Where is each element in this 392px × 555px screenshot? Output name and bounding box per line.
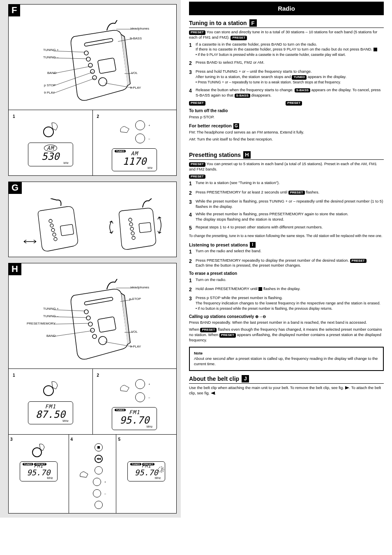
svg-point-21: [53, 233, 56, 236]
lcd-unit: MHz: [47, 477, 53, 479]
text-column: Radio Tuning in to a station F PRESET Yo…: [181, 0, 392, 518]
minus-button: [135, 134, 145, 143]
svg-point-32: [86, 316, 90, 320]
svg-point-6: [99, 78, 107, 86]
turnoff-heading: To turn off the radio: [189, 108, 384, 114]
svg-point-25: [129, 223, 133, 226]
lcd-am-1170: TUNED AM 1170 kHz: [112, 148, 157, 171]
step-2-num: 2: [97, 373, 99, 378]
preset-pill-icon: PRESET: [231, 36, 247, 40]
label-pstop: p STOP: [129, 297, 141, 301]
f-step-3: Press and hold TUNING + or – until the f…: [189, 69, 384, 85]
preset-pill-icon: PRESET: [219, 333, 236, 338]
label-headphones: Headphones: [131, 27, 149, 30]
tuned-pill: TUNED: [130, 463, 141, 465]
svg-point-27: [131, 232, 134, 235]
note-heading: Note: [194, 351, 203, 355]
f-step-2: Press BAND to select FM1, FM2 or AM.: [189, 60, 384, 67]
device-illustration-h: TUNING + TUNING – PRESET/MEMORY BAND Hea…: [51, 279, 134, 365]
lcd-fm-preset: TUNEDPRESET FM1 95.70 MHz: [20, 461, 58, 481]
svg-point-35: [92, 334, 97, 339]
preset-pill-icon: PRESET: [189, 30, 205, 35]
lcd-unit: kHz: [148, 166, 152, 169]
overwrite-note: To change the presetting, tune in to a n…: [189, 234, 384, 238]
label-headphones: Headphones: [131, 286, 149, 289]
note-box: Note About one second after a preset sta…: [189, 347, 384, 371]
turnoff-text: Press p STOP.: [189, 115, 384, 120]
stop-symbol-button: [95, 443, 103, 451]
lcd-freq: 530: [42, 152, 59, 161]
lcd-unit: MHz: [155, 477, 161, 479]
erase-heading: To erase a preset station: [189, 271, 384, 276]
h-step-1: Tune in to a station (see "Tuning in to …: [189, 180, 384, 187]
lcd-fm-9570: TUNED FM1 95.70 MHz: [112, 407, 157, 430]
svg-point-17: [44, 127, 53, 137]
svg-point-28: [132, 236, 135, 240]
preset-pill-icon: PRESET: [350, 259, 367, 263]
preset-pill: PRESET: [142, 463, 154, 465]
section-tag-f: F: [8, 4, 20, 16]
tuned-pill: TUNED: [23, 463, 34, 465]
step1-panel: 1 AM 530 kHz: [9, 110, 93, 175]
step-5-num: 5: [118, 437, 120, 442]
section-tag-g: G: [8, 182, 22, 194]
tuned-pill-icon: TUNED: [292, 75, 307, 80]
step-1-num: 1: [13, 373, 15, 378]
svg-point-31: [84, 310, 88, 314]
note-body: About one second after a preset station …: [194, 356, 378, 366]
svg-point-1: [84, 51, 88, 55]
h-step-5: Repeat steps 1 to 4 to preset other stat…: [189, 225, 384, 231]
am-rotate-illustration: [101, 198, 163, 253]
preset-pill-icon: PRESET: [189, 175, 205, 179]
lcd-fm-preset-3: TUNEDPRESET 3 FM1 95.70 MHz: [127, 461, 165, 481]
listen-step-1: Turn on the radio and select the band.: [189, 249, 384, 255]
minus-button-sm: [93, 489, 101, 497]
lcd-fm-8750: FM1 87.50 MHz: [28, 401, 73, 424]
diagram-h: H: [8, 263, 177, 514]
f-step-4: Release the button when the frequency st…: [189, 88, 384, 98]
step-3-num: 3: [10, 437, 13, 442]
svg-point-20: [51, 228, 55, 232]
minus-button: [135, 392, 145, 402]
press-tuning-icon: [119, 124, 134, 139]
lcd-unit: kHz: [64, 161, 69, 164]
plus-button: [135, 120, 145, 130]
h-step4-panel: 4 + –: [69, 435, 117, 513]
svg-point-18: [49, 219, 52, 223]
stop-icon: [258, 287, 262, 291]
device-illustration-f: TUNING + TUNING – BAND p STOP 9 PLAY Hea…: [51, 20, 134, 106]
am-reception: AM: Turn the unit itself to find the bes…: [189, 137, 384, 142]
svg-point-34: [90, 328, 95, 332]
press-band-icon: [40, 378, 61, 398]
erase-step-3: Press p STOP while the preset number is …: [189, 295, 384, 311]
f-step-1: If a cassette is in the cassette holder,…: [189, 42, 384, 58]
h-step-4: While the preset number is flashing, pre…: [189, 212, 384, 222]
h-step3-panel: 3 TUNEDPRESET FM1 95.70 MHz: [9, 435, 69, 513]
h-step-3: While the preset number is flashing, pre…: [189, 199, 384, 210]
triangle-icon: [211, 391, 215, 395]
lcd-unit: MHz: [62, 419, 68, 422]
fm-reception: FM: The headphone cord serves as an FM a…: [189, 130, 384, 135]
press-tuning-icon: [119, 383, 134, 398]
sbass-pill-icon: S-BASS: [295, 88, 310, 93]
rewind-symbol-button: [95, 455, 103, 463]
step2-panel: 2 + – TUNED AM 1170 kHz: [93, 110, 177, 175]
preset-pill-icon: PRESET: [288, 191, 305, 195]
listen-step-2: Press PRESET/MEMORY repeatedly to displa…: [189, 258, 384, 269]
press-band-icon: [40, 119, 61, 139]
diagram-f: F: [8, 4, 177, 176]
svg-point-26: [130, 227, 134, 230]
preset-number: 3: [158, 467, 164, 472]
section-tag-f-inline: F: [249, 19, 257, 27]
label-tuning-minus: TUNING –: [43, 314, 58, 318]
lcd-am-530: AM 530 kHz: [28, 143, 73, 166]
step-2-num: 2: [97, 114, 99, 119]
triangle-icon: [345, 385, 349, 390]
listen-heading: Listening to preset stations I: [189, 242, 384, 248]
plus-button: [135, 379, 145, 389]
lcd-freq: 95.70: [135, 469, 158, 477]
preset-pill-icon: PRESET: [200, 328, 217, 332]
svg-point-33: [88, 322, 92, 326]
svg-point-36: [99, 336, 107, 345]
tuned-pill: TUNED: [115, 409, 126, 411]
